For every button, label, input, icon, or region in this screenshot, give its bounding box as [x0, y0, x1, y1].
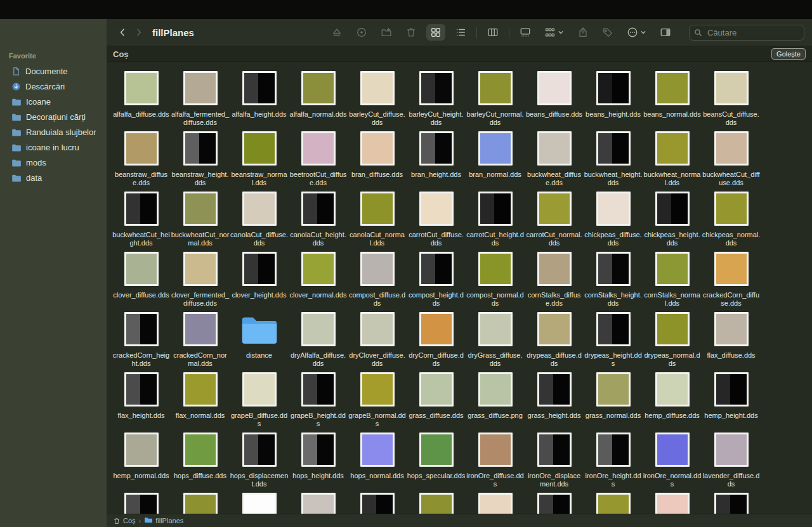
file-item[interactable]: drypeas_diffuse.dds — [525, 312, 584, 372]
file-item[interactable]: flax_height.dds — [112, 372, 171, 433]
file-item[interactable]: bran_normal.dds — [466, 131, 525, 192]
file-item[interactable] — [289, 493, 348, 514]
group-button[interactable] — [540, 24, 568, 41]
file-item[interactable] — [171, 493, 230, 514]
file-item[interactable]: grass_normal.dds — [584, 372, 643, 433]
file-item[interactable]: beanstraw_diffuse.dds — [112, 131, 171, 192]
empty-trash-button[interactable]: Golește — [771, 48, 806, 60]
tags-button[interactable] — [598, 24, 617, 41]
file-item[interactable]: cornStalks_diffuse.dds — [525, 252, 584, 312]
file-item[interactable]: compost_diffuse.dds — [348, 252, 407, 312]
search-field[interactable] — [689, 25, 804, 41]
file-item[interactable]: carrotCut_height.dds — [466, 192, 525, 252]
view-gallery-button[interactable] — [516, 24, 535, 41]
file-item[interactable]: beans_height.dds — [584, 71, 643, 131]
file-item[interactable]: beans_normal.dds — [643, 71, 702, 131]
file-item[interactable]: lavender_diffuse.dds — [702, 433, 761, 493]
file-item[interactable]: alfalfa_normal.dds — [289, 71, 348, 131]
file-item[interactable]: ironOre_displacement.dds — [525, 433, 584, 493]
file-item[interactable]: drypeas_normal.dds — [643, 312, 702, 372]
file-item[interactable]: hops_specular.dds — [407, 433, 466, 493]
file-item[interactable]: hops_diffuse.dds — [171, 433, 230, 493]
file-item[interactable]: crackedCorn_height.dds — [112, 312, 171, 372]
share-button[interactable] — [573, 24, 593, 41]
file-item[interactable]: canolaCut_height.dds — [289, 192, 348, 252]
file-item[interactable]: grass_diffuse.png — [466, 372, 525, 433]
sidebar-item-icoane-in-lucru[interactable]: icoane in lucru — [4, 140, 103, 155]
file-item[interactable] — [348, 493, 407, 514]
file-item[interactable] — [525, 493, 584, 514]
file-item[interactable]: drypeas_height.dds — [584, 312, 643, 372]
sidebar-item-mods[interactable]: mods — [4, 155, 103, 170]
file-item[interactable]: flax_normal.dds — [171, 372, 230, 433]
file-item[interactable]: barleyCut_height.dds — [407, 71, 466, 131]
file-item[interactable]: hops_height.dds — [289, 433, 348, 493]
file-item[interactable]: buckwheatCut_height.dds — [112, 192, 171, 252]
eject-button[interactable] — [327, 24, 346, 41]
file-item[interactable] — [407, 493, 466, 514]
sidebar-item-documente[interactable]: Documente — [4, 64, 103, 79]
sidebar-item-desc-rc-ri[interactable]: Descărcări — [4, 79, 103, 94]
file-item[interactable]: ironOre_normal.dds — [643, 433, 702, 493]
file-item[interactable]: bran_diffuse.dds — [348, 131, 407, 192]
file-item[interactable]: beanstraw_normal.dds — [230, 131, 289, 192]
file-item[interactable]: crackedCorn_diffuse.dds — [702, 252, 761, 312]
file-item[interactable]: cornStalks_height.dds — [584, 252, 643, 312]
view-grid-button[interactable] — [426, 24, 445, 41]
file-item[interactable]: chickpeas_height.dds — [643, 192, 702, 252]
file-item[interactable]: alfalfa_diffuse.dds — [112, 71, 171, 131]
file-item[interactable]: canolaCut_normal.dds — [348, 192, 407, 252]
file-item[interactable]: flax_diffuse.dds — [702, 312, 761, 372]
file-item[interactable]: buckwheat_diffuse.dds — [525, 131, 584, 192]
file-item[interactable]: hemp_diffuse.dds — [643, 372, 702, 433]
file-browser[interactable]: alfalfa_diffuse.ddsalfalfa_fermented_dif… — [107, 62, 812, 514]
file-item[interactable]: compost_height.dds — [407, 252, 466, 312]
file-item[interactable]: buckwheatCut_normal.dds — [171, 192, 230, 252]
sidebar-item-randuiala-slujbelor[interactable]: Randuiala slujbelor — [4, 125, 103, 140]
file-item[interactable]: beetrootCut_diffuse.dds — [289, 131, 348, 192]
view-columns-button[interactable] — [483, 24, 502, 41]
file-item[interactable]: clover_height.dds — [230, 252, 289, 312]
file-item[interactable]: beanstraw_height.dds — [171, 131, 230, 192]
file-item[interactable]: carrotCut_diffuse.dds — [407, 192, 466, 252]
sidebar-item-decora-iuni-c-r-i[interactable]: Decorațiuni cărți — [4, 110, 103, 124]
file-item[interactable]: grass_height.dds — [525, 372, 584, 433]
file-item[interactable]: canolaCut_diffuse.dds — [230, 192, 289, 252]
file-item[interactable]: grapeB_normal.dds — [348, 372, 407, 433]
file-item[interactable]: clover_normal.dds — [289, 252, 348, 312]
file-item[interactable]: barleyCut_diffuse.dds — [348, 71, 407, 131]
new-folder-button[interactable] — [377, 24, 396, 41]
file-item[interactable]: beansCut_diffuse.dds — [702, 71, 761, 131]
sidebar-item-data[interactable]: data — [4, 171, 103, 185]
file-item[interactable]: hemp_normal.dds — [112, 433, 171, 493]
preview-toggle-button[interactable] — [656, 24, 675, 41]
file-item[interactable]: clover_fermented_diffuse.dds — [171, 252, 230, 312]
file-item[interactable] — [584, 493, 643, 514]
file-item[interactable]: dryCorn_diffuse.dds — [407, 312, 466, 372]
file-item[interactable]: alfalfa_fermented_diffuse.dds — [171, 71, 230, 131]
file-item[interactable]: buckwheat_normal.dds — [643, 131, 702, 192]
file-item[interactable]: buckwheat_height.dds — [584, 131, 643, 192]
file-item[interactable]: dryGrass_diffuse.dds — [466, 312, 525, 372]
file-item[interactable]: grass_diffuse.dds — [407, 372, 466, 433]
file-item[interactable] — [230, 493, 289, 514]
airdrop-button[interactable] — [352, 24, 371, 41]
search-input[interactable] — [706, 27, 799, 38]
file-item[interactable]: hops_displacement.dds — [230, 433, 289, 493]
file-item[interactable]: dryAlfalfa_diffuse.dds — [289, 312, 348, 372]
file-item[interactable]: hops_normal.dds — [348, 433, 407, 493]
forward-button[interactable] — [131, 24, 147, 41]
file-item[interactable]: crackedCorn_normal.dds — [171, 312, 230, 372]
file-item[interactable]: clover_diffuse.dds — [112, 252, 171, 312]
file-item[interactable]: bran_height.dds — [407, 131, 466, 192]
file-item[interactable]: ironOre_height.dds — [584, 433, 643, 493]
file-item[interactable]: grapeB_height.dds — [289, 372, 348, 433]
file-item[interactable]: cornStalks_normal.dds — [643, 252, 702, 312]
file-item[interactable] — [643, 493, 702, 514]
file-item[interactable]: chickpeas_normal.dds — [702, 192, 761, 252]
actions-button[interactable] — [623, 24, 650, 41]
file-item[interactable]: buckwheatCut_diffuse.dds — [702, 131, 761, 192]
file-item[interactable]: hemp_height.dds — [702, 372, 761, 433]
file-item[interactable]: grapeB_diffuse.dds — [230, 372, 289, 433]
delete-button[interactable] — [402, 24, 421, 41]
